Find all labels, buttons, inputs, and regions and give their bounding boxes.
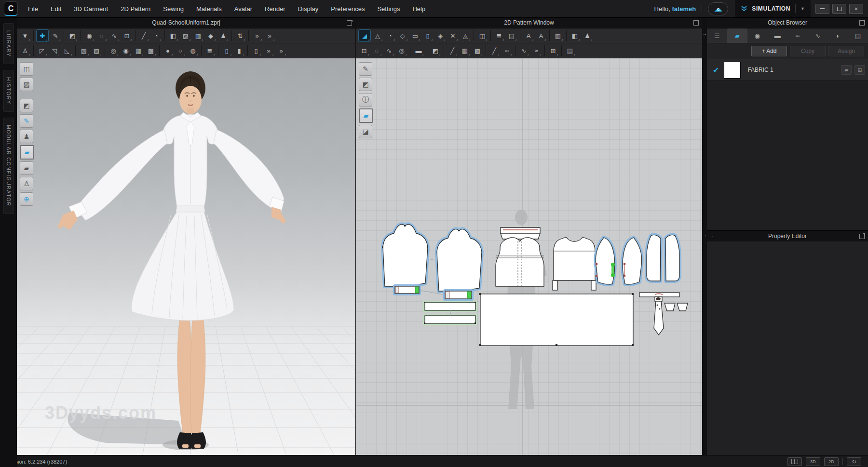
mode-caret-icon[interactable]: ▼ <box>800 6 805 11</box>
window-3d-titlebar[interactable]: Quad-SchoolUniform1.zprj <box>17 17 355 28</box>
pattern-cuff-left[interactable] <box>395 286 419 294</box>
fabric-view-toggle[interactable]: ▰ <box>20 145 34 160</box>
side-tab-modular-configurator[interactable]: MODULAR CONFIGURATOR <box>3 118 14 214</box>
view-2d-button[interactable]: 2D <box>824 457 839 466</box>
show-pattern-toggle[interactable]: ◩ <box>359 78 372 91</box>
collapse-arrow-icon[interactable]: → <box>702 232 707 238</box>
tack-on-avatar-tool[interactable]: ◌ <box>96 30 108 41</box>
copy-button[interactable]: Copy <box>790 46 826 56</box>
restore-button[interactable] <box>832 4 846 14</box>
popout-icon[interactable] <box>859 20 865 26</box>
minimize-button[interactable] <box>815 4 829 14</box>
pattern-sleeve-left[interactable] <box>382 224 428 286</box>
menu-render[interactable]: Render <box>258 0 292 17</box>
rectangle-tool[interactable]: ▯ <box>422 30 434 41</box>
overflow-2-tool[interactable]: » <box>275 45 287 56</box>
arrange-vest-tool[interactable]: ◆ <box>205 30 217 41</box>
select-mesh-tool[interactable]: ✎ <box>50 30 61 41</box>
fabric-off-toggle[interactable]: ▰ <box>20 161 33 175</box>
needle-tool[interactable]: ╱ <box>138 30 149 41</box>
arrange-jacket-tool[interactable]: ▨ <box>180 30 191 41</box>
select-garment-tool[interactable]: ◩ <box>67 30 78 41</box>
edit-puckering-tool[interactable]: ▨ <box>91 45 102 56</box>
ob-tab-measurement[interactable]: ▤ <box>848 28 868 43</box>
add-to-library-icon[interactable]: ⊞ <box>854 65 865 75</box>
lock-button-tool[interactable]: ◍ <box>187 45 199 56</box>
close-button[interactable]: ✕ <box>849 4 863 14</box>
avatar-silhouette-toggle[interactable]: ♙ <box>20 177 33 190</box>
trace-pattern-tool[interactable]: ◬ <box>460 30 471 41</box>
cloud-sync-button[interactable]: ☁ C <box>708 2 728 15</box>
arrangement-points-tool[interactable]: ♟ <box>217 30 229 41</box>
menu-preferences[interactable]: Preferences <box>325 0 371 17</box>
surface-texture-toggle[interactable]: ▨ <box>20 78 33 91</box>
grainline-tool[interactable]: ▤ <box>564 45 576 56</box>
menu-materials[interactable]: Materials <box>190 0 228 17</box>
button-tool[interactable]: ● <box>162 45 174 56</box>
username[interactable]: fatemeh <box>672 5 696 13</box>
show-avatar-2d-tool[interactable]: ♟ <box>582 30 593 41</box>
add-button[interactable]: + Add <box>751 46 787 56</box>
detach-tape-tool[interactable]: ◺ <box>61 45 73 56</box>
ob-tab-fabric[interactable]: ▰ <box>727 28 747 43</box>
refresh-button[interactable]: ↻ <box>847 457 861 466</box>
simulation-mode-selector[interactable]: SIMULATION ▼ <box>735 0 811 17</box>
menu-help[interactable]: Help <box>406 0 432 17</box>
pattern-information-toggle[interactable]: ⓘ <box>359 93 372 107</box>
edit-pattern-tool[interactable]: △ <box>372 30 383 41</box>
fabric-roll-tool[interactable]: ▮ <box>233 45 245 56</box>
transform-pattern-tool[interactable]: ◢ <box>358 29 371 42</box>
fabric-check-a-tool[interactable]: ▦ <box>133 45 144 56</box>
fabric-check-b-tool[interactable]: ▩ <box>145 45 157 56</box>
edit-texture-tool[interactable]: ▧ <box>78 45 90 56</box>
avatar-skirt[interactable] <box>132 212 234 320</box>
property-editor-titlebar[interactable]: Property Editor → <box>707 230 868 242</box>
pattern-collar-stand[interactable] <box>639 293 679 297</box>
clone-fabric-icon[interactable]: ▰ <box>841 65 852 75</box>
select-tape-tool[interactable]: ◸ <box>36 45 48 56</box>
pin-tool[interactable]: ◉ <box>83 30 95 41</box>
menu-display[interactable]: Display <box>292 0 325 17</box>
zipper-tool[interactable]: ≣ <box>204 45 216 56</box>
pattern-vest-back-right[interactable] <box>665 235 679 281</box>
pattern-skirt[interactable] <box>479 293 634 346</box>
iron-tool[interactable]: ▬ <box>413 45 424 56</box>
side-tab-library[interactable]: LIBRARY <box>3 23 14 64</box>
viewport-2d[interactable]: ✎◩ⓘ▰◪ <box>356 58 702 457</box>
fabric-view-2d-toggle[interactable]: ▰ <box>359 108 373 123</box>
menu-3d-garment[interactable]: 3D Garment <box>68 0 114 17</box>
pattern-sleeve-right[interactable] <box>437 229 482 291</box>
pattern-waistband-2[interactable] <box>424 316 476 324</box>
ob-tab-piping[interactable]: ◗ <box>828 28 848 43</box>
viewport-3d[interactable]: ◫▨◩✎♟▰▰♙⊕ 3Dyy <box>17 58 355 457</box>
collapse-arrow-icon[interactable]: → <box>702 31 707 36</box>
popout-icon[interactable] <box>347 20 352 26</box>
overflow-tool[interactable]: » <box>251 30 263 41</box>
select-button-tool[interactable]: ◎ <box>108 45 119 56</box>
elastic-tool[interactable]: ∿ <box>518 45 529 56</box>
ob-tab-stitch[interactable]: ┅ <box>787 28 808 43</box>
fabric-check-a-tool[interactable]: ▦ <box>459 45 471 56</box>
fold-pattern-tool[interactable]: ◫ <box>476 30 488 41</box>
menu-avatar[interactable]: Avatar <box>228 0 258 17</box>
pattern-vest-front-left[interactable] <box>596 238 615 284</box>
render-style-toggle[interactable]: ◫ <box>20 62 33 76</box>
show-avatar-toggle[interactable]: ♟ <box>20 130 33 143</box>
needle-2d-tool[interactable]: ╱ <box>447 45 458 56</box>
collapse-arrow-icon[interactable]: → <box>709 233 714 239</box>
overflow-2-tool[interactable]: » <box>264 30 275 41</box>
select-garment-2d-tool[interactable]: ◩ <box>430 45 441 56</box>
clo-logo[interactable]: C <box>4 1 18 16</box>
pattern-facing-right[interactable] <box>677 303 688 311</box>
pattern-tie[interactable] <box>654 297 664 335</box>
split-view-button[interactable] <box>787 457 802 466</box>
ob-tab-scene-list[interactable]: ☰ <box>707 28 727 43</box>
pattern-collar-band[interactable] <box>501 227 540 239</box>
segment-sewing-tool[interactable]: ╱ <box>488 45 500 56</box>
fold-arrangement-tool[interactable]: ◧ <box>167 30 179 41</box>
grading-tool[interactable]: ▥ <box>552 30 564 41</box>
ruler-vertical-tool[interactable]: ≣ <box>493 30 505 41</box>
text-style-tool[interactable]: A <box>535 30 547 41</box>
paint-fabric-tool[interactable]: ◔ <box>150 30 162 41</box>
free-sewing-tool[interactable]: ┅ <box>501 45 513 56</box>
